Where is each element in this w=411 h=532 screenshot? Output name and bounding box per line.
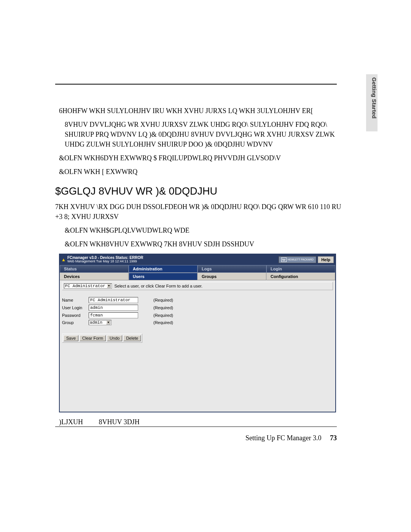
- row-login: User Login admin (Required): [62, 305, 333, 311]
- body-p3: &OLFN WKH6DYH EXWWRQ $ FRQILUPDWLRQ PHVV…: [55, 153, 344, 163]
- user-select-instruction: Select a user, or click Clear Form to ad…: [114, 284, 202, 288]
- window-subtitle: Web Management Tue May 18 12:44:11 1999: [67, 260, 279, 264]
- label-group: Group: [62, 320, 89, 325]
- row-name: Name FC Administrator (Required): [62, 297, 333, 303]
- tab-logs[interactable]: Logs: [198, 265, 266, 273]
- group-dropdown[interactable]: admin ▼: [89, 320, 112, 325]
- page-number: 73: [330, 434, 337, 442]
- group-value: admin: [90, 320, 102, 325]
- figure-screenshot: ▲ FCmanager v3.0 - Devices Status: ERROR…: [59, 254, 344, 426]
- clear-form-button[interactable]: Clear Form: [80, 335, 106, 341]
- figure-caption-text: 8VHUV 3DJH: [99, 418, 140, 426]
- undo-button[interactable]: Undo: [107, 335, 122, 341]
- login-field[interactable]: admin: [89, 305, 138, 311]
- title-block: FCmanager v3.0 - Devices Status: ERROR W…: [67, 256, 279, 264]
- tab-administration[interactable]: Administration: [129, 265, 198, 273]
- body-p2: 8VHUV DVVLJQHG WR XVHU JURXSV ZLWK UHDG …: [55, 120, 344, 149]
- app-window: ▲ FCmanager v3.0 - Devices Status: ERROR…: [59, 254, 336, 412]
- chevron-down-icon: ▼: [107, 284, 111, 288]
- user-select-row: FC Administrator ▼ Select a user, or cli…: [62, 282, 333, 290]
- figure-caption: )LJXUH 8VHUV 3DJH: [59, 418, 344, 426]
- titlebar: ▲ FCmanager v3.0 - Devices Status: ERROR…: [60, 254, 335, 265]
- label-name: Name: [62, 298, 89, 302]
- page-footer: Setting Up FC Manager 3.0 73: [55, 434, 337, 442]
- help-button[interactable]: Help: [318, 256, 334, 263]
- req-group: (Required): [153, 320, 173, 325]
- subtab-devices[interactable]: Devices: [60, 273, 129, 280]
- hp-logo-text: HEWLETT PACKARD: [288, 258, 314, 261]
- tab-login[interactable]: Login: [266, 265, 335, 273]
- save-button[interactable]: Save: [64, 335, 78, 341]
- row-password: Password fcman (Required): [62, 312, 333, 318]
- figure-label: )LJXUH: [59, 418, 97, 426]
- page-content: 6HOHFW WKH SULYLOHJHV IRU WKH XVHU JURXS…: [55, 106, 344, 426]
- body-p4: &OLFN WKH [ EXWWRQ: [55, 167, 344, 177]
- label-login: User Login: [62, 305, 89, 310]
- body-p5: 7KH XVHUV \RX DGG DUH DSSOLFDEOH WR )& 0…: [55, 202, 344, 222]
- top-rule: [55, 84, 337, 85]
- subtab-groups[interactable]: Groups: [198, 273, 266, 280]
- req-password: (Required): [153, 313, 173, 318]
- row-group: Group admin ▼ (Required): [62, 320, 333, 325]
- body-p6: &OLFN WKH$GPLQLVWUDWLRQ WDE: [55, 225, 344, 235]
- chevron-down-icon: ▼: [106, 320, 110, 324]
- primary-tabs: Status Administration Logs Login: [60, 265, 335, 273]
- user-select-dropdown[interactable]: FC Administrator ▼: [64, 283, 112, 289]
- bottom-rule: [55, 427, 337, 427]
- section-heading: $GGLQJ 8VHUV WR )& 0DQDJHU: [55, 185, 344, 197]
- hp-badge-icon: hp: [281, 257, 287, 262]
- warning-icon: ▲: [61, 257, 66, 262]
- side-tab-getting-started: Getting Started: [366, 74, 378, 131]
- tab-status[interactable]: Status: [60, 265, 129, 273]
- content-pane: FC Administrator ▼ Select a user, or cli…: [60, 280, 335, 412]
- user-form: Name FC Administrator (Required) User Lo…: [62, 297, 333, 325]
- password-field[interactable]: fcman: [89, 312, 138, 318]
- label-password: Password: [62, 313, 89, 318]
- req-name: (Required): [153, 298, 173, 302]
- name-field[interactable]: FC Administrator: [89, 297, 138, 303]
- subtab-configuration[interactable]: Configuration: [266, 273, 335, 280]
- body-p7: &OLFN WKH8VHUV EXWWRQ 7KH 8VHUV SDJH DSS…: [55, 239, 344, 249]
- form-buttons: Save Clear Form Undo Delete: [62, 334, 142, 343]
- delete-button[interactable]: Delete: [123, 335, 141, 341]
- body-p1: 6HOHFW WKH SULYLOHJHV IRU WKH XVHU JURXS…: [55, 106, 344, 116]
- secondary-tabs: Devices Users Groups Configuration: [60, 273, 335, 280]
- user-select-value: FC Administrator: [65, 284, 105, 288]
- req-login: (Required): [153, 305, 173, 310]
- subtab-users[interactable]: Users: [129, 273, 198, 280]
- footer-text: Setting Up FC Manager 3.0: [245, 434, 322, 442]
- hp-logo: hp HEWLETT PACKARD: [279, 256, 317, 263]
